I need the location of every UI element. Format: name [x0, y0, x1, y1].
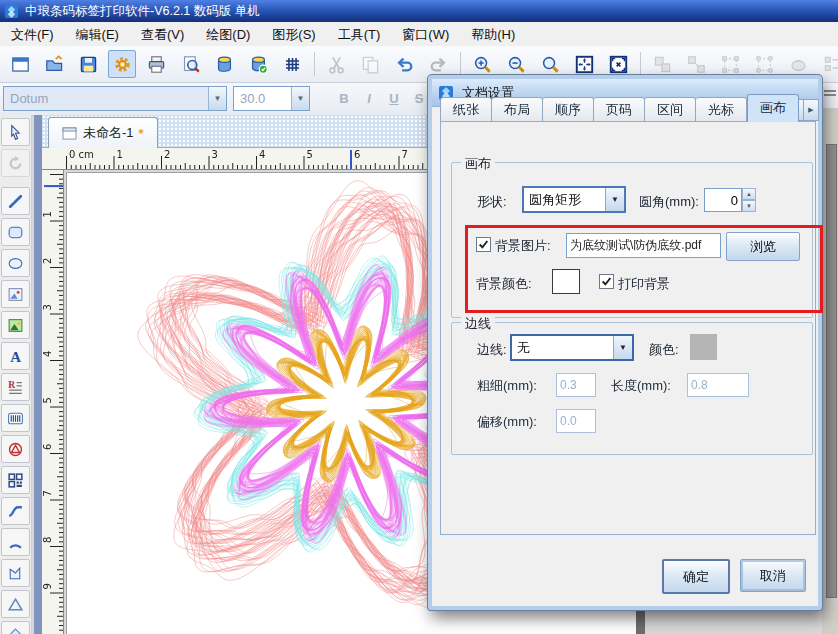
grid-settings-icon[interactable] [278, 50, 306, 78]
picture-tool-icon[interactable] [1, 311, 30, 339]
tab-paper[interactable]: 纸张 [440, 97, 492, 122]
line-tool-icon[interactable] [1, 187, 30, 215]
document-tab[interactable]: 未命名-1 * [48, 117, 158, 148]
curve-tool-icon[interactable] [1, 497, 30, 525]
barcode-tool-icon[interactable] [1, 404, 30, 432]
save-icon[interactable] [74, 50, 102, 78]
ok-button[interactable]: 确定 [662, 559, 730, 594]
border-line-select[interactable]: 无 ▼ [510, 334, 634, 361]
tab-order[interactable]: 顺序 [543, 97, 594, 122]
arc-tool-icon[interactable] [1, 528, 30, 556]
group-icon [648, 50, 676, 78]
new-document-icon[interactable] [6, 50, 34, 78]
background-image-path-field[interactable] [566, 233, 721, 258]
print-icon[interactable] [142, 50, 170, 78]
rounded-rect-tool-icon[interactable] [1, 218, 30, 246]
offset-field [556, 409, 596, 433]
chevron-down-icon[interactable]: ▼ [605, 188, 624, 211]
corner-radius-input[interactable] [704, 188, 742, 212]
tab-scroll-right-icon[interactable]: ▶ [803, 99, 819, 121]
corner-radius-label: 圆角(mm): [639, 193, 699, 211]
fit-window-icon[interactable] [570, 50, 598, 78]
toolbar-separator [314, 52, 315, 76]
menu-item-edit[interactable]: 编辑(E) [65, 23, 130, 46]
canvas-window-edge [34, 115, 42, 634]
background-image-checkbox[interactable] [476, 237, 491, 252]
qrcode-tool-icon[interactable] [1, 466, 30, 494]
background-window-fragment [824, 88, 836, 104]
font-name-value: Dotum [4, 91, 208, 106]
logo-shape-tool-icon[interactable] [1, 435, 30, 463]
pan-icon [784, 50, 812, 78]
database-icon[interactable] [210, 50, 238, 78]
title-bar: 中琅条码标签打印软件-V6.2.1 数码版 单机 [0, 0, 838, 22]
ungroup-icon [682, 50, 710, 78]
undo-icon[interactable] [390, 50, 418, 78]
ellipse-tool-icon[interactable] [1, 249, 30, 277]
document-icon [62, 127, 77, 140]
spin-up-icon[interactable]: ▲ [742, 188, 756, 200]
print-preview-icon[interactable] [176, 50, 204, 78]
cancel-button-label: 取消 [760, 567, 786, 585]
cancel-button[interactable]: 取消 [740, 559, 806, 592]
shape-select[interactable]: 圆角矩形 ▼ [522, 186, 626, 213]
menu-item-file[interactable]: 文件(F) [0, 23, 65, 46]
font-name-select[interactable]: Dotum ▼ [3, 86, 227, 111]
print-background-checkbox[interactable] [599, 274, 614, 289]
tab-layout[interactable]: 布局 [492, 97, 543, 122]
corner-radius-stepper[interactable]: ▲ ▼ [704, 188, 756, 212]
font-size-select[interactable]: 30.0 ▼ [233, 86, 310, 111]
tab-range[interactable]: 区间 [645, 97, 696, 122]
browse-button-label: 浏览 [750, 238, 776, 256]
document-tab-label: 未命名-1 [83, 124, 134, 142]
cut-icon [322, 50, 350, 78]
menu-item-tools[interactable]: 工具(T) [327, 23, 392, 46]
diamond-tool-icon[interactable] [1, 621, 30, 634]
zoom-out-icon[interactable] [502, 50, 530, 78]
chevron-down-icon[interactable]: ▼ [291, 87, 309, 110]
database-import-icon[interactable] [244, 50, 272, 78]
border-color-swatch[interactable] [690, 334, 717, 360]
toolbar-separator [460, 52, 461, 76]
open-file-icon[interactable] [40, 50, 68, 78]
tab-cursor[interactable]: 光标 [696, 97, 747, 122]
zoom-in-icon[interactable] [468, 50, 496, 78]
thickness-field [556, 373, 596, 397]
tab-canvas[interactable]: 画布 [747, 94, 799, 122]
drawing-tool-palette: AR [0, 115, 32, 634]
fit-selection-icon[interactable] [604, 50, 632, 78]
transform-frame-icon [750, 50, 778, 78]
shape-value: 圆角矩形 [524, 191, 605, 209]
menu-item-help[interactable]: 帮助(H) [460, 23, 526, 46]
thickness-label: 粗细(mm): [477, 377, 537, 395]
menu-item-draw[interactable]: 绘图(D) [195, 23, 261, 46]
text-tool-icon[interactable]: A [1, 342, 30, 370]
image-tool-icon[interactable] [1, 280, 30, 308]
document-settings-dialog: 文档设置 纸张布局顺序页码区间光标画布 ◀ ▶ 画布 形状: 圆角矩形 ▼ 圆角… [428, 75, 822, 610]
menu-item-view[interactable]: 查看(V) [130, 23, 195, 46]
zoom-tool-icon[interactable] [536, 50, 564, 78]
menu-bar: 文件(F)编辑(E)查看(V)绘图(D)图形(S)工具(T)窗口(W)帮助(H) [0, 22, 838, 47]
background-image-label: 背景图片: [495, 237, 551, 255]
menu-item-shape[interactable]: 图形(S) [261, 23, 326, 46]
window-title: 中琅条码标签打印软件-V6.2.1 数码版 单机 [25, 3, 260, 20]
polygon-tool-icon[interactable] [1, 559, 30, 587]
background-color-swatch[interactable] [552, 269, 580, 294]
font-size-value: 30.0 [234, 91, 291, 106]
document-settings-icon[interactable] [108, 50, 136, 78]
menu-item-window[interactable]: 窗口(W) [391, 23, 460, 46]
chevron-down-icon[interactable]: ▼ [208, 87, 226, 110]
browse-button[interactable]: 浏览 [726, 232, 800, 261]
triangle-tool-icon[interactable] [1, 590, 30, 618]
vertical-scrollbar[interactable] [826, 144, 837, 598]
rich-text-tool-icon[interactable]: R [1, 373, 30, 401]
dialog-tabs: 纸张布局顺序页码区间光标画布 [440, 94, 799, 122]
strike-button: S [408, 88, 430, 109]
bold-button: B [333, 88, 355, 109]
spin-down-icon[interactable]: ▼ [742, 200, 756, 212]
selection-frame-icon [716, 50, 744, 78]
tab-page-number[interactable]: 页码 [594, 97, 645, 122]
select-tool-icon[interactable] [1, 118, 30, 146]
chevron-down-icon[interactable]: ▼ [613, 336, 632, 359]
right-panel-strip [822, 108, 838, 634]
